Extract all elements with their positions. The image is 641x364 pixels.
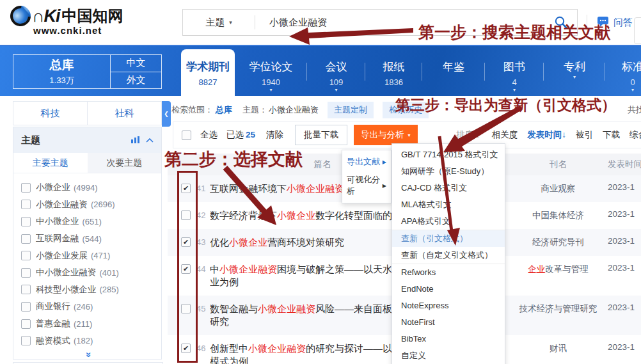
topic-count: (544) [83, 234, 102, 244]
sort-option[interactable]: 被引 [576, 129, 593, 141]
nav-tab[interactable]: 报纸1836 [365, 46, 422, 96]
topic-filter-item[interactable]: 中小微企业(651) [13, 213, 161, 230]
sort-option[interactable]: 综合 [629, 129, 641, 141]
row-number: 46 [196, 344, 205, 353]
batch-download-button[interactable]: 批量下载 [295, 125, 347, 145]
result-journal-link[interactable]: 企业改革与管理 [509, 263, 608, 276]
expand-more-button[interactable]: « [13, 349, 161, 363]
nav-language-option[interactable]: 中文 [110, 55, 161, 72]
topic-filter-item[interactable]: 小微企业发展(471) [13, 247, 161, 264]
topic-checkbox[interactable] [21, 319, 31, 329]
title-text: 模式为例 [210, 356, 248, 364]
topic-checkbox[interactable] [21, 251, 31, 260]
topic-count: (211) [74, 319, 92, 329]
menu-item[interactable]: 可视化分析▶ [342, 171, 391, 200]
topic-checkbox[interactable] [21, 268, 31, 278]
topic-filter-item[interactable]: 普惠金融(211) [13, 315, 161, 333]
sort-option[interactable]: 下载 [603, 129, 620, 141]
row-checkbox[interactable] [181, 304, 191, 313]
database-nav-bar: 总库 1.33万 中文外文 学术期刊8827学位论文1940▾会议109▾报纸1… [0, 46, 641, 96]
nav-tab[interactable]: 专利▾ [544, 46, 605, 96]
nav-tab[interactable]: 会议109▾ [307, 46, 365, 96]
topic-subtab[interactable]: 主要主题 [13, 153, 88, 173]
submenu-item[interactable]: 查新（引文格式） [392, 230, 505, 247]
nav-tab[interactable]: 学位论文1940▾ [235, 46, 307, 96]
topic-checkbox[interactable] [21, 200, 31, 209]
export-analyze-button[interactable]: 导出与分析 ▾ [354, 125, 418, 145]
row-checkbox[interactable] [181, 210, 191, 220]
clear-selection-button[interactable]: 清除 [266, 129, 283, 141]
nav-language-option[interactable]: 外文 [110, 72, 161, 89]
topic-filter-item[interactable]: 融资模式(182) [13, 332, 161, 349]
export-analyze-menu: 导出文献▶可视化分析▶ [342, 150, 392, 203]
result-journal-link[interactable]: 经济研究导刊 [509, 236, 608, 249]
chevron-up-icon[interactable] [146, 138, 154, 143]
result-journal-link[interactable]: 技术经济与管理研究 [509, 303, 608, 315]
row-checkbox[interactable]: ✔ [181, 237, 191, 247]
submenu-item[interactable]: 自定义 [392, 347, 505, 364]
row-checkbox[interactable]: ✔ [181, 264, 191, 274]
search-input[interactable]: 小微企业融资 [255, 17, 554, 29]
bar-chart-icon[interactable] [131, 134, 139, 146]
row-checkbox[interactable]: ✔ [181, 184, 191, 193]
topic-checkbox[interactable] [21, 234, 31, 244]
breadcrumb-chip[interactable]: 检索历史 [383, 102, 429, 118]
nav-tab[interactable]: 标准0▾ [605, 46, 641, 96]
topic-filter-item[interactable]: 小微企业融资(2696) [13, 196, 161, 214]
breadcrumb-chip[interactable]: 主题定制 [328, 102, 374, 118]
topic-filter-item[interactable]: 科技型小微企业(285) [13, 281, 161, 299]
scope-value[interactable]: 总库 [216, 104, 232, 116]
submenu-item[interactable]: GB/T 7714-2015 格式引文 [392, 146, 505, 163]
submenu-item[interactable]: Refworks [392, 264, 505, 281]
sort-option[interactable]: 相关度 [492, 129, 518, 141]
caret-down-icon: ▾ [269, 88, 272, 92]
title-keyword-highlight: 小微企业融资 [287, 183, 344, 194]
nav-tab[interactable]: 图书4▾ [485, 46, 544, 96]
topic-filter-item[interactable]: 中小微企业融资(401) [13, 264, 161, 281]
submenu-item[interactable]: 知网研学（原E-Study） [392, 163, 505, 180]
select-all-label[interactable]: 全选 [200, 129, 218, 141]
sort-option[interactable]: 发表时间↓ [527, 129, 566, 141]
submenu-item[interactable]: BibTex [392, 331, 505, 347]
topic-filter-panel: 主题 主要主题次要主题 小微企业(4994)小微企业融资(2696)中小微企业(… [13, 127, 162, 360]
submenu-item[interactable]: NoteFirst [392, 314, 505, 331]
topic-subtab[interactable]: 次要主题 [88, 153, 162, 173]
submenu-item[interactable]: MLA格式引文 [392, 196, 505, 213]
topic-checkbox[interactable] [21, 302, 31, 312]
topic-filter-item[interactable]: 商业银行(246) [13, 298, 161, 315]
total-library-button[interactable]: 总库 1.33万 [13, 55, 110, 88]
result-journal-link[interactable]: 中国集体经济 [509, 209, 608, 222]
search-icon[interactable] [554, 15, 568, 29]
submenu-item[interactable]: NoteExpress [392, 297, 505, 314]
menu-item[interactable]: 导出文献▶ [342, 153, 391, 171]
search-field-dropdown[interactable]: 主题 ▾ [183, 17, 255, 29]
header: ∩Ki 中国知网 www.cnki.net 主题 ▾ 小微企业融资 问答 [0, 0, 641, 46]
result-date: 2023-1 [608, 209, 641, 219]
row-number: 42 [196, 210, 205, 220]
qa-button[interactable]: 问答 [597, 16, 633, 29]
submenu-item[interactable]: CAJ-CD 格式引文 [392, 180, 505, 196]
cnki-logo[interactable]: ∩Ki 中国知网 www.cnki.net [10, 6, 123, 36]
topic-checkbox[interactable] [21, 336, 31, 345]
topic-filter-item[interactable]: 小微企业(4994) [13, 179, 161, 196]
sidebar-collapse-button[interactable]: ❮ [162, 101, 171, 127]
sort-options: 排序： 相关度发表时间↓被引下载综合 [456, 129, 641, 141]
submenu-item[interactable]: EndNote [392, 281, 505, 297]
topic-checkbox[interactable] [21, 217, 31, 226]
nav-tab[interactable]: 年鉴 [422, 46, 485, 96]
sidebar-category-tab[interactable]: 科技 [13, 101, 88, 125]
submenu-item[interactable]: 查新（自定义引文格式） [392, 247, 505, 264]
result-journal-link[interactable]: 财讯 [509, 342, 608, 355]
topic-filter-item[interactable]: 互联网金融(544) [13, 230, 161, 248]
nav-tab[interactable]: 学术期刊8827 [181, 49, 235, 96]
row-checkbox[interactable]: ✔ [181, 344, 191, 353]
sidebar-category-tab[interactable]: 社科 [88, 101, 162, 125]
collapse-left-icon: ❮ [164, 111, 169, 117]
topic-label: 小微企业 [36, 182, 70, 193]
select-all-checkbox[interactable] [182, 131, 191, 140]
result-journal-link[interactable]: 商业观察 [509, 182, 608, 195]
submenu-item[interactable]: APA格式引文 [392, 213, 505, 230]
topic-checkbox[interactable] [21, 285, 31, 294]
title-text: 营商环境对策研究 [267, 237, 344, 248]
topic-checkbox[interactable] [21, 183, 31, 193]
